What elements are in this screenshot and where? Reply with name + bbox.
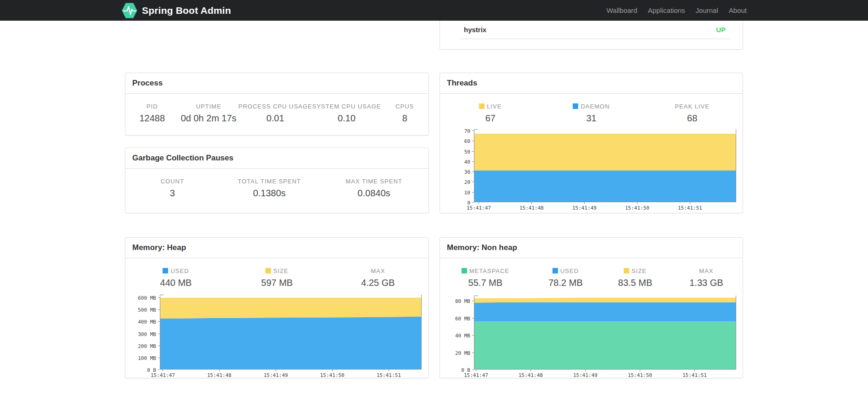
- process-stats: PID12488UPTIME0d 0h 2m 17sPROCESS CPU US…: [125, 103, 428, 124]
- nav-item-journal[interactable]: Journal: [696, 6, 718, 14]
- stat-live: LIVE67: [440, 103, 541, 124]
- svg-text:200 MB: 200 MB: [138, 343, 156, 349]
- stat-value: 0.10: [312, 113, 381, 124]
- svg-text:15:41:50: 15:41:50: [320, 372, 344, 378]
- memory-heap-panel: Memory: Heap USED440 MBSIZE597 MBMAX4.25…: [125, 237, 429, 378]
- gc-stats: COUNT3TOTAL TIME SPENT0.1380sMAX TIME SP…: [125, 178, 428, 199]
- stat-value: 8: [381, 113, 428, 124]
- application-status-row[interactable]: hystrix UP: [460, 21, 730, 39]
- stat-label: UPTIME: [179, 103, 238, 110]
- svg-text:15:41:51: 15:41:51: [678, 205, 702, 211]
- stat-label: SIZE: [600, 268, 670, 274]
- svg-text:15:41:47: 15:41:47: [467, 205, 491, 211]
- stat-value: 78.2 MB: [531, 277, 601, 288]
- stat-used: USED78.2 MB: [531, 268, 601, 288]
- process-panel: Process PID12488UPTIME0d 0h 2m 17sPROCES…: [125, 73, 429, 136]
- stat-max: MAX4.25 GB: [327, 268, 428, 288]
- svg-text:15:41:48: 15:41:48: [519, 205, 544, 211]
- stat-label: PROCESS CPU USAGE: [238, 103, 312, 110]
- stat-metaspace: METASPACE55.7 MB: [440, 268, 531, 288]
- legend-swatch-icon: [552, 268, 558, 273]
- stat-max-time-spent: MAX TIME SPENT0.0840s: [319, 178, 428, 199]
- svg-text:60 MB: 60 MB: [455, 316, 470, 322]
- stat-label: MAX: [327, 268, 428, 274]
- svg-text:300 MB: 300 MB: [138, 331, 156, 337]
- stat-value: 4.25 GB: [327, 277, 428, 288]
- stat-label: SYSTEM CPU USAGE: [312, 103, 381, 110]
- application-name[interactable]: hystrix: [464, 26, 486, 34]
- stat-label: TOTAL TIME SPENT: [220, 178, 320, 185]
- svg-text:100 MB: 100 MB: [138, 355, 156, 361]
- spring-boot-admin-logo-icon: [121, 2, 138, 19]
- stat-label: PID: [125, 103, 179, 110]
- brand-title: Spring Boot Admin: [142, 5, 231, 16]
- stat-label: USED: [125, 268, 226, 274]
- stat-label: COUNT: [125, 178, 220, 185]
- stat-label: LIVE: [440, 103, 541, 110]
- brand-link[interactable]: Spring Boot Admin: [121, 2, 231, 19]
- memory-nonheap-panel: Memory: Non heap METASPACE55.7 MBUSED78.…: [440, 237, 743, 378]
- stat-value: 12488: [125, 113, 179, 124]
- stat-label: USED: [531, 268, 601, 274]
- stat-process-cpu-usage: PROCESS CPU USAGE0.01: [238, 103, 312, 124]
- svg-text:500 MB: 500 MB: [138, 307, 156, 313]
- application-status-panel: hystrix UP: [440, 21, 743, 50]
- nav-item-about[interactable]: About: [729, 6, 747, 14]
- stat-value: 55.7 MB: [440, 277, 531, 288]
- stat-size: SIZE597 MB: [226, 268, 327, 288]
- stat-value: 67: [440, 113, 541, 124]
- stat-daemon: DAEMON31: [541, 103, 642, 124]
- legend-swatch-icon: [462, 268, 467, 273]
- svg-text:600 MB: 600 MB: [138, 295, 156, 301]
- svg-text:15:41:50: 15:41:50: [628, 372, 652, 378]
- legend-swatch-icon: [265, 268, 271, 273]
- process-panel-heading: Process: [125, 73, 428, 94]
- stat-label: PEAK LIVE: [642, 103, 743, 110]
- stat-size: SIZE83.5 MB: [600, 268, 670, 288]
- svg-text:15:41:51: 15:41:51: [682, 372, 707, 378]
- threads-stats: LIVE67DAEMON31PEAK LIVE68: [440, 103, 743, 124]
- svg-text:10: 10: [464, 190, 470, 196]
- stat-value: 68: [642, 113, 743, 124]
- stat-value: 440 MB: [125, 277, 226, 288]
- svg-text:60: 60: [464, 138, 470, 144]
- nav-menu: Wallboard Applications Journal About: [596, 6, 747, 15]
- nonheap-panel-title: Memory: Non heap: [447, 243, 517, 252]
- stat-used: USED440 MB: [125, 268, 226, 288]
- stat-max: MAX1.33 GB: [670, 268, 743, 288]
- stat-value: 597 MB: [226, 277, 327, 288]
- svg-text:15:41:48: 15:41:48: [207, 372, 231, 378]
- stat-system-cpu-usage: SYSTEM CPU USAGE0.10: [312, 103, 381, 124]
- heap-memory-chart: 0 B100 MB200 MB300 MB400 MB500 MB600 MB1…: [125, 295, 428, 379]
- stat-value: 0.1380s: [220, 188, 320, 199]
- stat-label: MAX TIME SPENT: [319, 178, 428, 185]
- threads-chart: 01020304050607015:41:4715:41:4815:41:491…: [440, 129, 743, 212]
- nonheap-panel-heading: Memory: Non heap: [440, 238, 743, 258]
- nonheap-stats: METASPACE55.7 MBUSED78.2 MBSIZE83.5 MBMA…: [440, 268, 743, 288]
- nav-item-wallboard[interactable]: Wallboard: [607, 6, 637, 14]
- svg-text:50: 50: [464, 149, 470, 155]
- legend-swatch-icon: [624, 268, 629, 273]
- stat-pid: PID12488: [125, 103, 179, 124]
- svg-text:15:41:51: 15:41:51: [377, 372, 401, 378]
- stat-value: 0d 0h 2m 17s: [179, 113, 238, 124]
- stat-cpus: CPUS8: [381, 103, 428, 124]
- process-panel-title: Process: [132, 79, 163, 87]
- stat-uptime: UPTIME0d 0h 2m 17s: [179, 103, 238, 124]
- svg-text:15:41:47: 15:41:47: [151, 372, 175, 378]
- legend-swatch-icon: [163, 268, 168, 273]
- stat-label: DAEMON: [541, 103, 642, 110]
- stat-peak-live: PEAK LIVE68: [642, 103, 743, 124]
- stat-value: 0.01: [238, 113, 312, 124]
- stat-value: 1.33 GB: [670, 277, 743, 288]
- stat-label: MAX: [670, 268, 743, 274]
- stat-value: 3: [125, 188, 220, 199]
- heap-stats: USED440 MBSIZE597 MBMAX4.25 GB: [125, 268, 428, 288]
- svg-text:15:41:47: 15:41:47: [464, 372, 488, 378]
- nav-item-applications[interactable]: Applications: [648, 6, 685, 14]
- threads-panel: Threads LIVE67DAEMON31PEAK LIVE68 010203…: [440, 73, 743, 213]
- svg-text:15:41:49: 15:41:49: [572, 205, 597, 211]
- svg-text:40: 40: [464, 159, 470, 165]
- svg-text:40 MB: 40 MB: [455, 333, 470, 339]
- svg-text:30: 30: [464, 169, 470, 175]
